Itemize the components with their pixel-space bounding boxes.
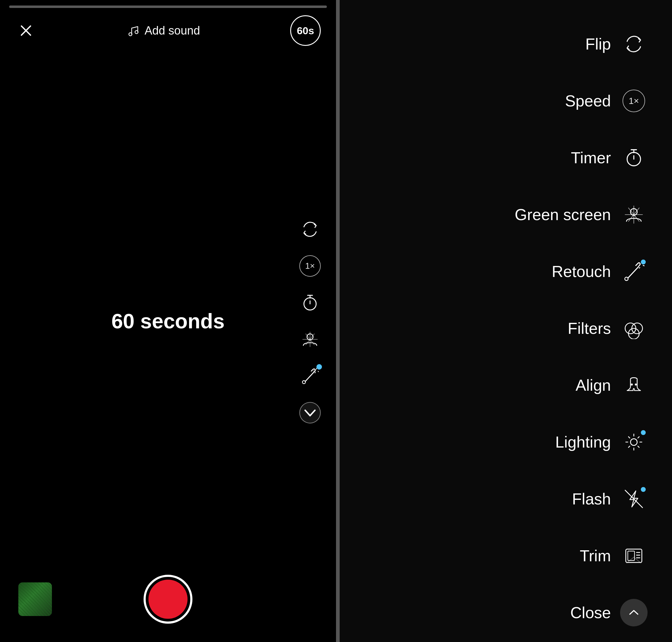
settings-icon-green-screen: [620, 201, 648, 228]
svg-line-39: [638, 437, 639, 438]
duration-button[interactable]: 60s: [290, 15, 321, 46]
svg-point-30: [631, 384, 633, 386]
record-button[interactable]: [144, 575, 193, 624]
settings-icon-timer: [620, 144, 648, 171]
camera-panel: Add sound 60s 60 seconds 1×: [0, 0, 336, 642]
settings-icon-flash: [620, 485, 648, 513]
retouch-control[interactable]: [296, 362, 324, 390]
svg-point-14: [302, 381, 305, 384]
duration-label: 60s: [297, 25, 314, 37]
settings-label-flip: Flip: [585, 35, 611, 53]
settings-item-retouch[interactable]: Retouch: [364, 243, 648, 300]
bottom-bar: [0, 575, 336, 624]
settings-panel: Flip Speed 1× Timer: [340, 0, 672, 642]
settings-label-retouch: Retouch: [552, 262, 611, 281]
settings-label-filters: Filters: [568, 319, 611, 337]
settings-item-speed[interactable]: Speed 1×: [364, 73, 648, 129]
svg-line-25: [628, 268, 638, 278]
svg-line-13: [305, 373, 313, 382]
settings-icon-speed: 1×: [620, 87, 648, 115]
svg-line-38: [638, 446, 639, 447]
settings-icon-lighting: [620, 428, 648, 456]
flip-control[interactable]: [296, 216, 324, 243]
retouch-dot: [640, 259, 646, 265]
add-sound-label: Add sound: [144, 24, 200, 37]
settings-item-green-screen[interactable]: Green screen: [364, 186, 648, 243]
settings-label-align: Align: [576, 376, 611, 394]
settings-icon-close: [620, 599, 648, 626]
add-sound-button[interactable]: Add sound: [127, 24, 200, 37]
camera-controls: 1×: [296, 216, 324, 426]
retouch-active-dot: [316, 364, 322, 370]
settings-item-close[interactable]: Close: [364, 584, 648, 626]
more-controls-button[interactable]: [296, 399, 324, 426]
panel-divider: [336, 0, 340, 642]
settings-item-timer[interactable]: Timer: [364, 129, 648, 186]
progress-bar-container: [0, 0, 336, 5]
duration-display: 60 seconds: [111, 309, 224, 333]
close-camera-button[interactable]: [15, 20, 37, 41]
speed-value: 1×: [305, 261, 315, 271]
svg-point-31: [635, 384, 637, 386]
svg-line-41: [625, 490, 643, 508]
settings-icon-align: [620, 371, 648, 399]
settings-label-speed: Speed: [565, 92, 611, 110]
settings-icon-retouch: [620, 258, 648, 285]
settings-label-green-screen: Green screen: [515, 205, 611, 224]
svg-point-32: [631, 439, 637, 446]
record-button-inner: [148, 580, 187, 619]
svg-line-37: [629, 437, 630, 438]
settings-item-flip[interactable]: Flip: [364, 16, 648, 73]
close-chevron-button[interactable]: [620, 599, 648, 626]
svg-point-26: [625, 277, 628, 281]
settings-label-lighting: Lighting: [555, 433, 611, 451]
settings-item-trim[interactable]: Trim: [364, 527, 648, 584]
svg-line-40: [629, 446, 630, 447]
settings-icon-filters: [620, 314, 648, 342]
flash-dot: [640, 486, 646, 492]
lighting-dot: [640, 429, 646, 436]
settings-speed-value: 1×: [629, 96, 639, 106]
settings-item-lighting[interactable]: Lighting: [364, 414, 648, 471]
svg-point-15: [313, 370, 316, 372]
settings-item-flash[interactable]: Flash: [364, 471, 648, 527]
settings-label-trim: Trim: [580, 547, 611, 565]
speed-control[interactable]: 1×: [296, 252, 324, 280]
gallery-thumbnail[interactable]: [18, 582, 52, 616]
gallery-thumb-image: [18, 582, 52, 616]
timer-control[interactable]: [296, 289, 324, 317]
settings-icon-flip: [620, 30, 648, 58]
progress-bar-track: [9, 5, 327, 8]
settings-label-close: Close: [570, 603, 611, 622]
settings-label-timer: Timer: [571, 149, 611, 167]
settings-label-flash: Flash: [572, 490, 611, 508]
green-screen-control[interactable]: [296, 325, 324, 353]
settings-item-align[interactable]: Align: [364, 357, 648, 414]
top-bar: Add sound 60s: [0, 15, 336, 46]
settings-icon-trim: [620, 542, 648, 569]
settings-item-filters[interactable]: Filters: [364, 300, 648, 357]
